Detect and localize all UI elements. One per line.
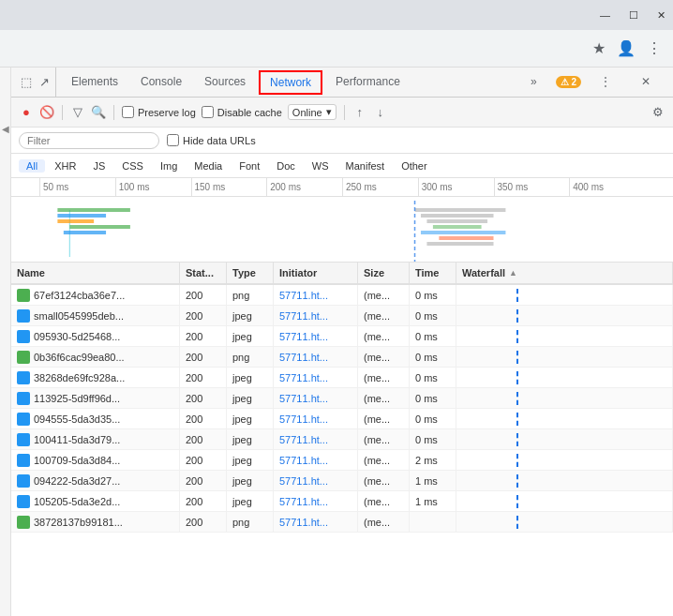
table-row[interactable]: 105205-5da3e2d... 200 jpeg 57711.ht... (… xyxy=(11,491,673,512)
th-initiator[interactable]: Initiator xyxy=(274,263,358,283)
preserve-log-label: Preserve log xyxy=(138,107,196,118)
td-size: (me... xyxy=(358,306,410,325)
tab-console[interactable]: Console xyxy=(129,68,193,97)
import-icon[interactable]: ↑ xyxy=(352,105,367,120)
inspect-icon[interactable]: ↗ xyxy=(39,75,50,89)
table-row[interactable]: 095930-5d25468... 200 jpeg 57711.ht... (… xyxy=(11,326,673,347)
settings-icon[interactable]: ⚙ xyxy=(651,105,666,120)
disable-cache-label: Disable cache xyxy=(217,107,282,118)
td-type: jpeg xyxy=(227,491,274,511)
svg-rect-11 xyxy=(439,236,493,240)
filter-icon[interactable]: ▽ xyxy=(70,105,85,120)
type-btn-all[interactable]: All xyxy=(19,159,45,173)
td-size: (me... xyxy=(358,471,410,490)
hide-data-urls-input[interactable] xyxy=(167,134,179,146)
preserve-log-checkbox[interactable]: Preserve log xyxy=(122,106,196,118)
record-button[interactable]: ● xyxy=(19,105,34,120)
type-btn-manifest[interactable]: Manifest xyxy=(338,159,393,173)
th-type[interactable]: Type xyxy=(227,263,274,283)
td-initiator: 57711.ht... xyxy=(274,491,358,511)
td-waterfall xyxy=(456,512,673,532)
more-tabs-button[interactable]: » xyxy=(519,75,548,90)
type-btn-other[interactable]: Other xyxy=(394,159,435,173)
table-row[interactable]: 094555-5da3d35... 200 jpeg 57711.ht... (… xyxy=(11,409,673,429)
profile-icon[interactable]: 👤 xyxy=(617,39,636,57)
svg-rect-6 xyxy=(415,208,506,212)
tab-sources[interactable]: Sources xyxy=(193,68,257,97)
th-time[interactable]: Time xyxy=(410,263,456,283)
td-time: 2 ms xyxy=(410,450,456,470)
title-bar: — ☐ ✕ xyxy=(0,0,673,30)
type-btn-img[interactable]: Img xyxy=(153,159,185,173)
table-row[interactable]: 67ef3124cba36e7... 200 png 57711.ht... (… xyxy=(11,285,673,306)
timeline-ruler: 50 ms 100 ms 150 ms 200 ms 250 ms 300 ms… xyxy=(11,178,673,197)
type-btn-xhr[interactable]: XHR xyxy=(47,159,83,173)
file-name: 094555-5da3d35... xyxy=(34,413,120,425)
table-row[interactable]: 38728137b99181... 200 png 57711.ht... (m… xyxy=(11,512,673,533)
tab-performance[interactable]: Performance xyxy=(324,68,411,97)
td-status: 200 xyxy=(180,471,227,490)
type-btn-js[interactable]: JS xyxy=(85,159,112,173)
hide-data-urls-checkbox[interactable]: Hide data URLs xyxy=(167,134,256,146)
type-btn-ws[interactable]: WS xyxy=(305,159,336,173)
tick-4: 250 ms xyxy=(342,178,418,196)
disable-cache-checkbox[interactable]: Disable cache xyxy=(202,106,282,118)
file-icon xyxy=(17,351,30,364)
table-row[interactable]: 100411-5da3d79... 200 jpeg 57711.ht... (… xyxy=(11,429,673,450)
td-time xyxy=(410,512,456,532)
filter-input[interactable] xyxy=(19,132,159,149)
sort-arrow-icon: ▲ xyxy=(509,268,517,278)
waterfall-timeline: 50 ms 100 ms 150 ms 200 ms 250 ms 300 ms… xyxy=(11,178,673,263)
th-waterfall[interactable]: Waterfall ▲ xyxy=(456,263,673,283)
disable-cache-input[interactable] xyxy=(202,106,214,118)
file-icon xyxy=(17,433,30,446)
close-button[interactable]: ✕ xyxy=(657,9,666,22)
warning-badge[interactable]: ⚠ 2 xyxy=(556,76,581,88)
maximize-button[interactable]: ☐ xyxy=(629,9,638,22)
tab-elements[interactable]: Elements xyxy=(60,68,129,97)
type-btn-font[interactable]: Font xyxy=(232,159,267,173)
cursor-icon[interactable]: ⬚ xyxy=(21,75,32,89)
preserve-log-input[interactable] xyxy=(122,106,134,118)
tab-network[interactable]: Network xyxy=(259,70,322,95)
browser-toolbar: ★ 👤 ⋮ xyxy=(0,30,673,68)
file-name: 100709-5da3d84... xyxy=(34,455,120,466)
type-btn-doc[interactable]: Doc xyxy=(269,159,303,173)
svg-rect-3 xyxy=(57,219,94,223)
th-size[interactable]: Size xyxy=(358,263,410,283)
devtools-close-icon[interactable]: ✕ xyxy=(630,75,662,90)
online-select[interactable]: Online ▾ xyxy=(288,104,336,120)
table-row[interactable]: 100709-5da3d84... 200 jpeg 57711.ht... (… xyxy=(11,450,673,471)
export-icon[interactable]: ↓ xyxy=(373,105,388,120)
type-btn-media[interactable]: Media xyxy=(187,159,230,173)
file-name: 67ef3124cba36e7... xyxy=(34,290,125,301)
file-name: 113925-5d9ff96d... xyxy=(34,393,120,404)
star-icon[interactable]: ★ xyxy=(592,39,606,57)
td-type: png xyxy=(227,512,274,532)
td-waterfall xyxy=(456,450,673,470)
td-time: 0 ms xyxy=(410,347,456,367)
td-size: (me... xyxy=(358,285,410,305)
table-row[interactable]: 113925-5d9ff96d... 200 jpeg 57711.ht... … xyxy=(11,388,673,409)
timeline-svg xyxy=(39,201,645,263)
table-row[interactable]: 0b36f6cac99ea80... 200 png 57711.ht... (… xyxy=(11,347,673,368)
type-btn-css[interactable]: CSS xyxy=(114,159,151,173)
th-name[interactable]: Name xyxy=(11,263,180,283)
table-row[interactable]: small0545995deb... 200 jpeg 57711.ht... … xyxy=(11,306,673,326)
browser-menu-icon[interactable]: ⋮ xyxy=(647,39,662,57)
search-icon[interactable]: 🔍 xyxy=(91,105,106,120)
table-row[interactable]: 38268de69fc928a... 200 jpeg 57711.ht... … xyxy=(11,368,673,388)
minimize-button[interactable]: — xyxy=(600,9,610,21)
stop-recording-button[interactable]: 🚫 xyxy=(39,105,54,120)
svg-rect-8 xyxy=(426,219,487,223)
td-waterfall xyxy=(456,471,673,490)
td-time: 0 ms xyxy=(410,306,456,325)
th-status[interactable]: Stat... xyxy=(180,263,227,283)
td-name: 095930-5d25468... xyxy=(11,326,180,346)
td-waterfall xyxy=(456,388,673,408)
td-name: 094555-5da3d35... xyxy=(11,409,180,428)
table-row[interactable]: 094222-5da3d27... 200 jpeg 57711.ht... (… xyxy=(11,471,673,491)
devtools-options-icon[interactable]: ⋮ xyxy=(589,75,622,90)
tick-3: 200 ms xyxy=(266,178,342,196)
network-table[interactable]: Name Stat... Type Initiator Size Time xyxy=(11,263,673,616)
